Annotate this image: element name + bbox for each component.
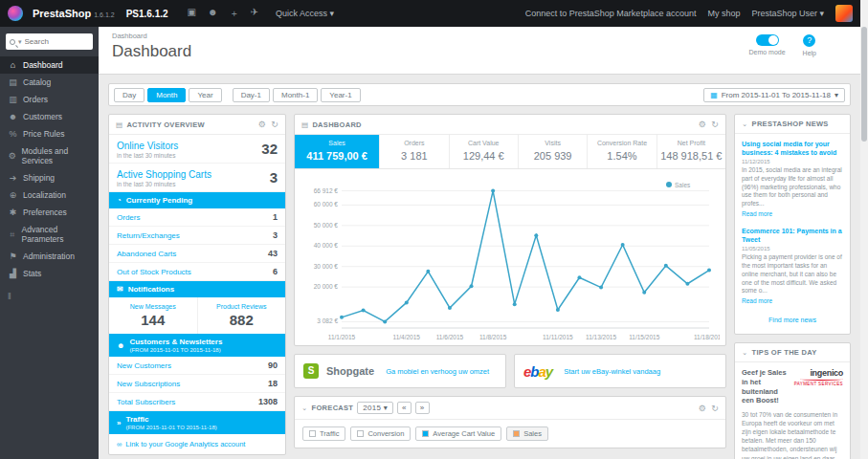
ebay-promo[interactable]: ebay Start uw eBay-winkel vandaag — [514, 354, 726, 388]
search-icon — [10, 39, 15, 45]
gear-icon[interactable]: ⚙ — [258, 120, 266, 129]
sidebar-item-price-rules[interactable]: %Price Rules — [0, 125, 99, 142]
filter-month-1-button[interactable]: Month-1 — [273, 88, 318, 102]
help-control: ? Help — [803, 34, 816, 56]
forecast-prev-button[interactable]: « — [397, 402, 412, 414]
filter-year-1-button[interactable]: Year-1 — [321, 88, 360, 102]
kpi-sales[interactable]: Sales411 759,00 € — [295, 135, 380, 168]
shopgate-link[interactable]: Ga mobiel en verhoog uw omzet — [386, 367, 489, 376]
date-range-picker[interactable]: ▦ From 2015-11-01 To 2015-11-18 ▾ — [703, 88, 845, 102]
vertical-scrollbar[interactable] — [860, 0, 868, 459]
sidebar-item-dashboard[interactable]: ⌂Dashboard — [0, 56, 99, 74]
refresh-icon[interactable]: ↻ — [271, 120, 278, 129]
filter-day-1-button[interactable]: Day-1 — [233, 88, 270, 102]
read-more-link[interactable]: Read more — [742, 297, 772, 304]
google-analytics-link[interactable]: ∞ Link to your Google Analytics account — [109, 434, 285, 454]
pending-returns-row[interactable]: Return/Exchanges3 — [109, 227, 285, 245]
add-icon[interactable]: ＋ — [230, 7, 239, 20]
price-rules-icon: % — [8, 129, 18, 139]
filter-year-button[interactable]: Year — [189, 88, 221, 102]
forecast-next-button[interactable]: » — [415, 402, 430, 414]
tips-of-the-day-panel: ⌄ TIPS OF THE DAY Geef je Sales in het b… — [734, 342, 851, 459]
sidebar-item-shipping[interactable]: ➔Shipping — [0, 169, 99, 186]
kpi-net-profit[interactable]: Net Profit148 918,51 € — [657, 135, 725, 168]
main-area: Dashboard Dashboard Demo mode ? Help Day… — [99, 27, 860, 459]
product-reviews-cell[interactable]: Product Reviews882 — [198, 297, 286, 334]
new-messages-cell[interactable]: New Messages144 — [109, 297, 198, 334]
sidebar-item-catalog[interactable]: ▤Catalog — [0, 74, 99, 91]
topbar-right: Connect to PrestaShop Marketplace accoun… — [525, 5, 853, 22]
topbar: PrestaShop 1.6.1.2 PS1.6.1.2 ▣ ☻ ＋ ✈ Qui… — [0, 0, 860, 27]
forecast-toggle-conversion[interactable]: Conversion — [350, 426, 411, 441]
my-shop-link[interactable]: My shop — [707, 9, 740, 18]
demo-mode-control: Demo mode — [748, 34, 785, 56]
shop-name: PS1.6.1.2 — [126, 9, 168, 19]
new-customers-row[interactable]: New Customers90 — [109, 357, 285, 375]
pending-orders-row[interactable]: Orders1 — [109, 208, 285, 227]
search-input[interactable] — [25, 37, 89, 46]
avatar[interactable] — [835, 5, 853, 22]
news-article-title[interactable]: Ecommerce 101: Payments in a Tweet — [742, 227, 843, 244]
cart-icon[interactable]: ▣ — [188, 7, 196, 20]
scrollbar-thumb[interactable] — [861, 27, 867, 142]
sidebar-search[interactable]: ▾ — [6, 33, 93, 50]
kpi-orders[interactable]: Orders3 181 — [380, 135, 449, 168]
news-caret-icon[interactable]: ⌄ — [742, 120, 748, 128]
forecast-toggle-average-cart-value[interactable]: Average Cart Value — [415, 426, 501, 441]
total-subscribers-row[interactable]: Total Subscribers1308 — [109, 393, 285, 411]
svg-text:30 000 €: 30 000 € — [314, 263, 339, 270]
sidebar-item-advanced-parameters[interactable]: ⌗Advanced Parameters — [0, 221, 99, 248]
kpi-conversion-rate[interactable]: Conversion Rate1.54% — [588, 135, 657, 168]
filter-day-button[interactable]: Day — [114, 88, 145, 102]
refresh-icon[interactable]: ↻ — [711, 404, 719, 413]
gear-icon[interactable]: ⚙ — [699, 120, 706, 129]
rocket-icon[interactable]: ✈ — [251, 7, 258, 20]
dashboard-column: ▤ DASHBOARD ⚙ ↻ Sales411 759,00 € Orders… — [294, 114, 726, 456]
kpi-cart-value[interactable]: Cart Value129,44 € — [450, 135, 519, 168]
forecast-toggle-sales[interactable]: Sales — [506, 426, 548, 441]
forecast-year-select[interactable]: 2015 ▾ — [357, 402, 393, 414]
out-of-stock-row[interactable]: Out of Stock Products6 — [109, 263, 285, 281]
filter-month-button[interactable]: Month — [147, 88, 186, 102]
prestashop-logo — [8, 6, 23, 21]
help-icon[interactable]: ? — [803, 34, 815, 47]
sidebar-item-orders[interactable]: ▥Orders — [0, 91, 99, 108]
localization-icon: ⊕ — [8, 190, 18, 200]
ebay-link[interactable]: Start uw eBay-winkel vandaag — [564, 367, 660, 376]
sidebar-item-localization[interactable]: ⊕Localization — [0, 186, 99, 204]
sidebar-item-customers[interactable]: ☻Customers — [0, 108, 99, 125]
customer-icon[interactable]: ☻ — [208, 7, 218, 20]
new-subscriptions-row[interactable]: New Subscriptions18 — [109, 375, 285, 393]
svg-text:Sales: Sales — [675, 182, 691, 188]
active-carts-value: 3 — [270, 169, 278, 186]
find-more-news-link[interactable]: Find more news — [742, 314, 843, 328]
sales-chart[interactable]: 3 082 €20 000 €30 000 €40 000 €50 000 €6… — [295, 169, 725, 345]
read-more-link[interactable]: Read more — [742, 210, 772, 217]
calendar-icon: ▦ — [710, 91, 718, 99]
demo-mode-toggle[interactable] — [756, 34, 779, 46]
marketplace-link[interactable]: Connect to PrestaShop Marketplace accoun… — [525, 9, 697, 18]
shopgate-promo[interactable]: S Shopgate Ga mobiel en verhoog uw omzet — [294, 354, 506, 388]
forecast-caret-icon[interactable]: ⌄ — [301, 404, 308, 412]
sidebar-item-administration[interactable]: ⚑Administration — [0, 248, 99, 265]
tips-caret-icon[interactable]: ⌄ — [742, 348, 748, 357]
ingenico-swoosh — [800, 378, 843, 381]
news-article-title[interactable]: Using social media for your business: 4 … — [742, 140, 843, 157]
refresh-icon[interactable]: ↻ — [711, 120, 719, 129]
active-carts-label[interactable]: Active Shopping Carts — [117, 169, 270, 180]
kpi-row: Sales411 759,00 € Orders3 181 Cart Value… — [295, 135, 725, 169]
breadcrumb[interactable]: Dashboard — [112, 32, 847, 40]
online-visitors-label[interactable]: Online Visitors — [117, 141, 261, 151]
sidebar-item-stats[interactable]: ▟Stats — [0, 265, 99, 282]
abandoned-carts-row[interactable]: Abandoned Carts43 — [109, 245, 285, 263]
gear-icon[interactable]: ⚙ — [699, 404, 706, 413]
sidebar-item-modules[interactable]: ⚙Modules and Services — [0, 142, 99, 169]
user-menu[interactable]: PrestaShop User ▾ — [751, 9, 824, 18]
kpi-visits[interactable]: Visits205 939 — [519, 135, 588, 168]
activity-overview-panel: ▤ ACTIVITY OVERVIEW ⚙ ↻ Online Visitors … — [108, 114, 286, 455]
sidebar-collapse-icon[interactable]: ‖ — [8, 292, 91, 301]
forecast-toggle-traffic[interactable]: Traffic — [302, 426, 345, 441]
sidebar-item-preferences[interactable]: ✱Preferences — [0, 204, 99, 221]
search-scope-caret-icon[interactable]: ▾ — [18, 38, 22, 46]
quick-access-menu[interactable]: Quick Access ▾ — [276, 9, 334, 18]
